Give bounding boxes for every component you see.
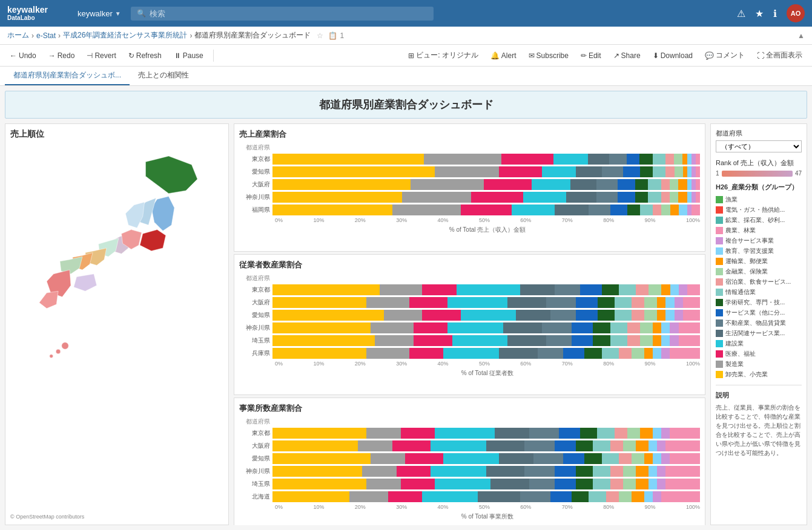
establishments-x-axis: 0%10%20%30%40%50%60%70%80%90%100% <box>275 504 700 510</box>
bar-segment <box>576 310 597 321</box>
list-item: 鉱業、採石業、砂利... <box>716 216 802 224</box>
bar-segment <box>665 479 699 489</box>
download-button[interactable]: ⬇ Download <box>648 49 698 62</box>
list-item: 製造業 <box>716 360 802 368</box>
bar-segment <box>424 154 501 165</box>
bookmark-icon[interactable]: ☆ <box>317 31 323 40</box>
bar-segment <box>523 192 566 203</box>
tab-dashboard[interactable]: 都道府県別産業割合ダッシュボ... <box>5 67 130 85</box>
fullscreen-button[interactable]: ⛶ 全画面表示 <box>752 48 807 63</box>
left-panel: 売上順位 <box>5 123 229 525</box>
logo[interactable]: keywalker DataLabo <box>7 5 68 22</box>
bar-segment <box>457 284 521 295</box>
bar-segment <box>657 297 665 308</box>
revert-button[interactable]: ⊣ Revert <box>82 49 120 62</box>
tab-correlation[interactable]: 売上との相関性 <box>130 67 197 85</box>
search-input[interactable] <box>150 9 427 18</box>
bar-segment <box>589 491 606 502</box>
list-item: 卸売業、小売業 <box>716 370 802 379</box>
bar-segment <box>589 204 610 215</box>
table-row: 大阪府 <box>239 179 700 190</box>
bar-segment <box>461 204 512 215</box>
bar-segment <box>538 348 563 359</box>
subscribe-button[interactable]: ✉ Subscribe <box>524 49 573 62</box>
bar-segment <box>409 297 448 308</box>
legend-item-label: サービス業（他に分... <box>725 309 785 317</box>
legend-color-swatch <box>716 371 723 378</box>
breadcrumb-home[interactable]: ホーム <box>7 30 29 41</box>
view-original-button[interactable]: ⊞ ビュー: オリジナル <box>403 48 483 63</box>
employees-bar-chart: 都道府県 東京都大阪府愛知県神奈川県埼玉県兵庫県 0%10%20%30%40%5… <box>239 274 700 390</box>
bar-segment <box>653 322 661 333</box>
breadcrumb-survey[interactable]: 平成26年調査経済センサス事業所統計 <box>63 30 187 41</box>
employees-chart-section: 従業者数産業割合 都道府県 東京都大阪府愛知県神奈川県埼玉県兵庫県 0%10%2… <box>234 254 705 395</box>
bar-segment <box>602 284 619 295</box>
bar-segment <box>555 479 576 489</box>
collapse-icon[interactable]: ▲ <box>797 31 805 40</box>
alert-button[interactable]: 🔔 Alert <box>486 49 521 62</box>
bar-segment <box>602 348 619 359</box>
bar-segment <box>366 428 400 439</box>
bar-label: 兵庫県 <box>239 349 272 358</box>
bar-segment <box>397 466 431 477</box>
bar-segment <box>653 166 665 177</box>
bar-segment <box>661 491 700 502</box>
search-bar[interactable]: 🔍 <box>131 7 434 21</box>
bar-segment <box>550 491 572 502</box>
bar-segment <box>272 204 392 215</box>
sales-x-label: % of Total 売上（収入）金額 <box>275 226 700 234</box>
redo-button[interactable]: → Redo <box>44 49 80 62</box>
bar-segment <box>640 322 653 333</box>
star-icon[interactable]: ★ <box>755 8 764 19</box>
legend-color-swatch <box>716 299 723 306</box>
bar-segment <box>683 297 700 308</box>
rank-bar-container: Rank of 売上（収入）金額 1 47 <box>716 159 802 177</box>
alert-icon[interactable]: ⚠ <box>737 8 745 19</box>
copyright-text: © OpenStreetMap contributors <box>10 514 223 520</box>
breadcrumb-estat[interactable]: e-Stat <box>36 31 56 40</box>
undo-button[interactable]: ← Undo <box>5 49 41 62</box>
bar-segment <box>409 348 443 359</box>
bar-label: 大阪府 <box>239 442 272 450</box>
bar-segment <box>687 154 692 165</box>
bar-segment <box>593 479 610 489</box>
bar-label: 福岡県 <box>239 206 272 214</box>
bar-segment <box>507 297 546 308</box>
bar-label: 大阪府 <box>239 298 272 307</box>
breadcrumb-current: 都道府県別産業割合ダッシュボード <box>194 30 311 41</box>
bar-segment <box>272 166 435 177</box>
bar-segment <box>661 335 670 346</box>
legend-item-label: 鉱業、採石業、砂利... <box>725 216 785 224</box>
bar-segment <box>572 322 593 333</box>
comment-button[interactable]: 💬 コメント <box>700 48 750 63</box>
prefecture-filter-select[interactable]: （すべて） <box>716 140 802 152</box>
bar-segment <box>563 453 584 464</box>
view-icon: ⊞ <box>408 51 414 60</box>
info-icon[interactable]: ℹ <box>773 8 777 19</box>
avatar[interactable]: AO <box>787 4 805 22</box>
middle-panel: 売上産業割合 都道府県 東京都愛知県大阪府神奈川県福岡県 0%10%20%30%… <box>234 123 705 525</box>
bar-segment <box>272 310 384 321</box>
employees-x-label: % of Total 従業者数 <box>275 369 700 378</box>
share-button[interactable]: ↗ Share <box>609 49 645 62</box>
bar-segment <box>636 466 649 477</box>
bar-segment <box>610 322 627 333</box>
bar-track <box>272 335 700 346</box>
clipboard-icon: 📋 <box>328 31 337 40</box>
list-item: 情報通信業 <box>716 288 802 296</box>
establishments-chart-title: 事業所数産業割合 <box>239 403 700 414</box>
bar-segment <box>619 284 636 295</box>
japan-map-area[interactable] <box>10 145 223 511</box>
employees-header-row: 都道府県 <box>239 274 700 283</box>
bar-segment <box>516 310 550 321</box>
bar-segment <box>588 154 610 165</box>
refresh-button[interactable]: ↻ Refresh <box>124 49 167 62</box>
tabs-bar: 都道府県別産業割合ダッシュボ... 売上との相関性 <box>0 67 812 86</box>
bar-segment <box>687 192 692 203</box>
breadcrumb-items: ホーム › e-Stat › 平成26年調査経済センサス事業所統計 › 都道府県… <box>7 30 344 41</box>
pause-button[interactable]: ⏸ Pause <box>169 49 208 62</box>
bar-segment <box>639 154 652 165</box>
bar-segment <box>499 348 538 359</box>
bar-segment <box>532 179 570 190</box>
edit-button[interactable]: ✏ Edit <box>576 49 606 62</box>
